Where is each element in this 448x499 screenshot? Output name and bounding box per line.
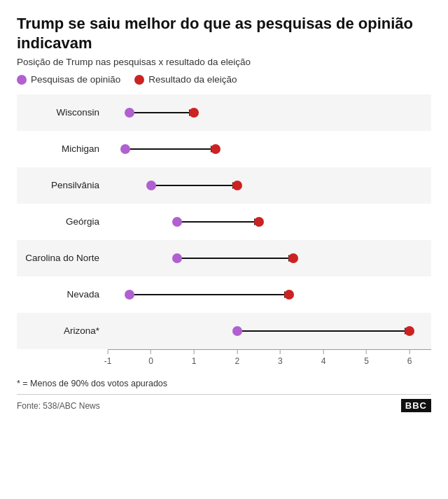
result-dot bbox=[405, 326, 414, 336]
row-label: Wisconsin bbox=[17, 107, 108, 118]
x-tick-label: 3 bbox=[278, 356, 283, 366]
result-dot-legend bbox=[134, 75, 144, 85]
arrow-line bbox=[130, 112, 192, 113]
x-tick-line bbox=[237, 350, 237, 354]
x-tick-label: 4 bbox=[321, 356, 326, 366]
x-tick-line bbox=[150, 350, 151, 354]
x-tick: 4 bbox=[321, 350, 326, 366]
row-label: Michigan bbox=[17, 143, 108, 155]
row-chart-area bbox=[108, 240, 431, 276]
main-title: Trump se saiu melhor do que as pesquisas… bbox=[17, 14, 431, 52]
poll-dot bbox=[125, 108, 134, 118]
x-tick: 1 bbox=[192, 350, 197, 366]
result-dot bbox=[189, 108, 199, 118]
poll-dot bbox=[120, 144, 130, 154]
row-chart-area bbox=[108, 313, 431, 349]
x-tick-line bbox=[194, 350, 195, 354]
x-tick: 3 bbox=[278, 350, 283, 366]
arrow-line bbox=[151, 185, 236, 186]
legend-result: Resultado da eleição bbox=[134, 74, 237, 85]
result-dot bbox=[211, 144, 220, 154]
x-axis: -10123456 bbox=[108, 349, 431, 374]
table-row: Pensilvânia bbox=[17, 167, 431, 204]
x-tick: 2 bbox=[234, 350, 239, 366]
x-tick-label: 1 bbox=[192, 356, 197, 366]
row-label: Arizona* bbox=[17, 325, 108, 337]
chart-rows: WisconsinMichiganPensilvâniaGeórgiaCarol… bbox=[17, 94, 431, 349]
result-dot bbox=[254, 217, 264, 227]
x-tick: 0 bbox=[148, 350, 153, 366]
row-chart-area bbox=[108, 131, 431, 167]
legend: Pesquisas de opinião Resultado da eleiçã… bbox=[17, 74, 431, 85]
arrow-line bbox=[177, 221, 258, 223]
legend-poll-label: Pesquisas de opinião bbox=[31, 74, 120, 85]
row-label: Pensilvânia bbox=[17, 180, 108, 191]
row-label: Carolina do Norte bbox=[17, 253, 108, 264]
source-text: Fonte: 538/ABC News bbox=[17, 401, 100, 411]
poll-dot bbox=[232, 326, 242, 336]
x-tick-label: 5 bbox=[364, 356, 369, 366]
x-tick: 5 bbox=[364, 350, 369, 366]
x-tick-label: -1 bbox=[104, 356, 112, 366]
row-label: Nevada bbox=[17, 289, 108, 300]
table-row: Nevada bbox=[17, 276, 431, 313]
x-tick-line bbox=[107, 350, 108, 354]
poll-dot bbox=[125, 290, 134, 300]
x-tick-label: 0 bbox=[148, 356, 153, 366]
table-row: Arizona* bbox=[17, 313, 431, 349]
table-row: Wisconsin bbox=[17, 94, 431, 131]
row-chart-area bbox=[108, 167, 431, 204]
arrow-line bbox=[130, 294, 288, 295]
arrow-line bbox=[237, 330, 408, 332]
row-chart-area bbox=[108, 276, 431, 313]
table-row: Michigan bbox=[17, 131, 431, 167]
legend-result-label: Resultado da eleição bbox=[148, 74, 237, 85]
table-row: Carolina do Norte bbox=[17, 240, 431, 276]
x-tick: 6 bbox=[407, 350, 412, 366]
row-label: Geórgia bbox=[17, 216, 108, 227]
row-chart-area bbox=[108, 94, 431, 131]
chart-area: WisconsinMichiganPensilvâniaGeórgiaCarol… bbox=[17, 94, 431, 374]
x-tick-label: 2 bbox=[234, 356, 239, 366]
x-tick-line bbox=[323, 350, 323, 354]
x-tick-line bbox=[280, 350, 281, 354]
result-dot bbox=[284, 290, 294, 300]
poll-dot bbox=[172, 217, 182, 227]
footnote: * = Menos de 90% dos votos apurados bbox=[17, 379, 431, 388]
x-tick-label: 6 bbox=[407, 356, 412, 366]
x-tick-line bbox=[366, 350, 367, 354]
poll-dot-legend bbox=[17, 75, 27, 85]
subtitle: Posição de Trump nas pesquisas x resulta… bbox=[17, 57, 431, 67]
source-bar: Fonte: 538/ABC News BBC bbox=[17, 394, 431, 412]
result-dot bbox=[288, 253, 298, 263]
poll-dot bbox=[146, 181, 156, 190]
x-tick: -1 bbox=[104, 350, 112, 366]
arrow-line bbox=[125, 148, 214, 150]
result-dot bbox=[232, 181, 242, 190]
poll-dot bbox=[172, 253, 182, 263]
table-row: Geórgia bbox=[17, 204, 431, 240]
bbc-logo: BBC bbox=[401, 399, 431, 412]
legend-poll: Pesquisas de opinião bbox=[17, 74, 120, 85]
x-tick-line bbox=[410, 350, 410, 354]
arrow-line bbox=[177, 258, 292, 259]
row-chart-area bbox=[108, 204, 431, 240]
